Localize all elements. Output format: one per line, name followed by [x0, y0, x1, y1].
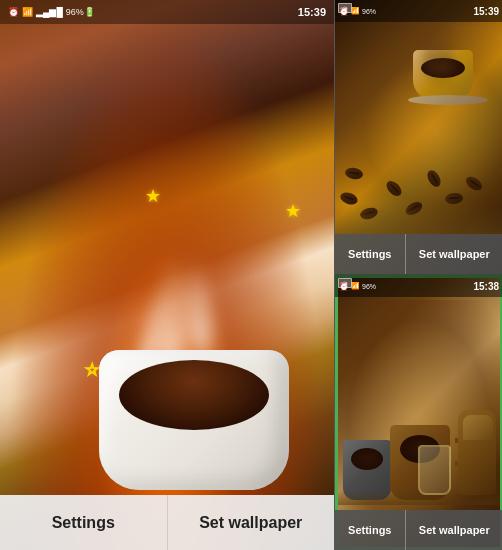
left-wallpaper: ⏰ 📶 ▂▄▆█ 96%🔋 15:39 ★ ★ ☆ ☆ [0, 0, 334, 550]
star-1: ★ [145, 185, 161, 207]
cup-body [99, 350, 289, 490]
rt-set-wallpaper-button[interactable]: Set wallpaper [406, 234, 502, 274]
right-bottom-preview[interactable]: ⏰ 📶 96% 15:38 [335, 275, 502, 550]
rb-battery-icon: 96% [362, 283, 376, 290]
coffee-cup [79, 330, 299, 490]
rb-settings-button[interactable]: Settings [335, 510, 406, 550]
rb-coffee-scene [335, 300, 502, 510]
left-panel: ⏰ 📶 ▂▄▆█ 96%🔋 15:39 ★ ★ ☆ ☆ [0, 0, 334, 550]
left-statusbar: ⏰ 📶 ▂▄▆█ 96%🔋 15:39 [0, 0, 334, 24]
right-top-preview[interactable]: ⏰ 📶 96% 15:39 [335, 0, 502, 275]
rt-coffee-scene [335, 30, 502, 234]
rb-image-icon [338, 278, 352, 288]
rb-wifi-icon: 📶 [351, 282, 360, 290]
right-top-statusbar: ⏰ 📶 96% 15:39 [335, 0, 502, 22]
rt-surface [335, 204, 502, 234]
rb-surface-items [335, 485, 502, 505]
right-panel: ⏰ 📶 96% 15:39 [334, 0, 502, 550]
set-wallpaper-button[interactable]: Set wallpaper [168, 495, 335, 550]
left-status-icons: ⏰ 📶 ▂▄▆█ 96%🔋 [8, 7, 95, 17]
rt-settings-button[interactable]: Settings [335, 234, 406, 274]
rt-wifi-icon: 📶 [351, 7, 360, 15]
star-2: ★ [285, 200, 301, 222]
rb-set-wallpaper-button[interactable]: Set wallpaper [406, 510, 502, 550]
wifi-icon: 📶 [22, 7, 33, 17]
left-time: 15:39 [298, 6, 326, 18]
rt-steam [423, 30, 453, 90]
settings-button[interactable]: Settings [0, 495, 168, 550]
left-bottom-buttons: Settings Set wallpaper [0, 495, 334, 550]
alarm-icon: ⏰ [8, 7, 19, 17]
right-top-buttons: Settings Set wallpaper [335, 234, 502, 274]
cup-coffee-liquid [119, 360, 269, 430]
battery-icon: 96%🔋 [66, 7, 95, 17]
image-thumbnail-icon [338, 3, 352, 13]
right-bottom-statusbar: ⏰ 📶 96% 15:38 [335, 275, 502, 297]
rt-battery-icon: 96% [362, 8, 376, 15]
right-bottom-time: 15:38 [473, 281, 499, 292]
signal-icon: ▂▄▆█ [36, 7, 63, 17]
right-top-time: 15:39 [473, 6, 499, 17]
right-bottom-buttons: Settings Set wallpaper [335, 510, 502, 550]
